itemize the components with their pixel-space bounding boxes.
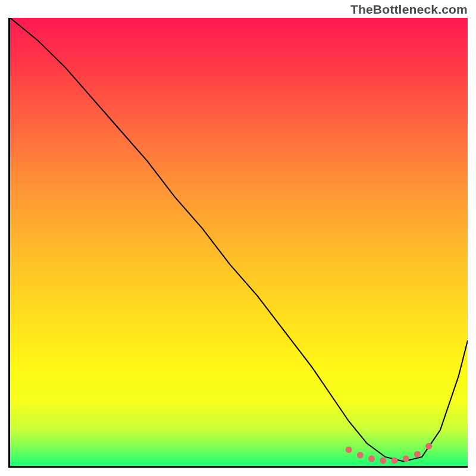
flat-zone-marker [403,455,409,462]
chart-plot-area [8,18,468,468]
watermark-text: TheBottleneck.com [350,2,468,17]
flat-zone-marker [368,455,375,462]
flat-zone-marker [357,452,364,458]
chart-background-gradient [10,18,468,466]
flat-zone-marker [380,457,386,464]
flat-zone-marker [391,457,397,464]
flat-zone-marker [414,451,421,458]
flat-zone-marker [425,443,432,449]
flat-zone-marker [346,446,352,453]
chart-svg [10,18,468,466]
